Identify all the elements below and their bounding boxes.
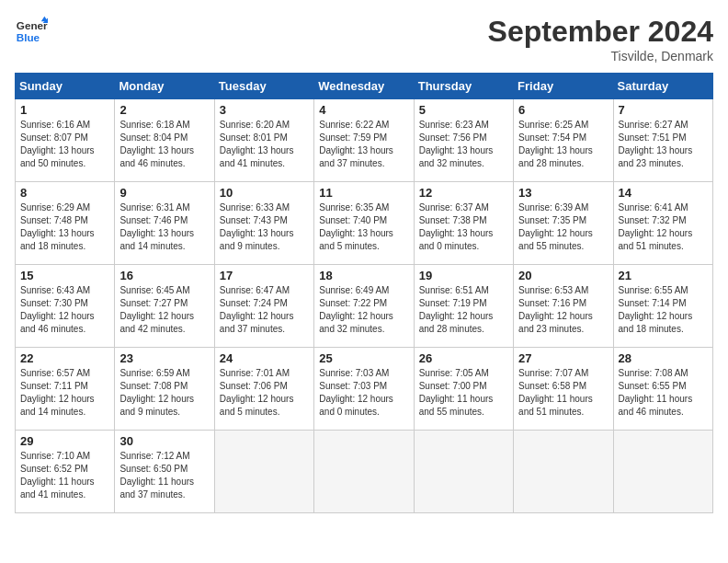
day-info: Sunrise: 6:55 AMSunset: 7:14 PMDaylight:… xyxy=(619,284,708,336)
day-info: Sunrise: 6:39 AMSunset: 7:35 PMDaylight:… xyxy=(518,201,608,253)
calendar-day-cell: 1 Sunrise: 6:16 AMSunset: 8:07 PMDayligh… xyxy=(16,99,115,182)
calendar-day-cell: 5 Sunrise: 6:23 AMSunset: 7:56 PMDayligh… xyxy=(414,99,513,182)
calendar-day-cell: 3 Sunrise: 6:20 AMSunset: 8:01 PMDayligh… xyxy=(214,99,313,182)
day-info: Sunrise: 6:57 AMSunset: 7:11 PMDaylight:… xyxy=(20,367,109,419)
calendar-day-cell: 26 Sunrise: 7:05 AMSunset: 7:00 PMDaylig… xyxy=(414,348,513,431)
calendar-day-cell: 4 Sunrise: 6:22 AMSunset: 7:59 PMDayligh… xyxy=(314,99,414,182)
day-info: Sunrise: 7:07 AMSunset: 6:58 PMDaylight:… xyxy=(518,367,608,419)
calendar-week-row: 29 Sunrise: 7:10 AMSunset: 6:52 PMDaylig… xyxy=(16,431,713,513)
day-number: 23 xyxy=(119,351,209,365)
day-info: Sunrise: 6:43 AMSunset: 7:30 PMDaylight:… xyxy=(20,284,109,336)
day-number: 6 xyxy=(518,103,608,117)
day-info: Sunrise: 6:51 AMSunset: 7:19 PMDaylight:… xyxy=(419,284,508,336)
calendar-day-cell: 17 Sunrise: 6:47 AMSunset: 7:24 PMDaylig… xyxy=(214,265,313,348)
day-number: 22 xyxy=(20,351,109,365)
logo-icon: General Blue xyxy=(15,15,48,48)
day-info: Sunrise: 6:59 AMSunset: 7:08 PMDaylight:… xyxy=(119,367,209,419)
logo: General Blue xyxy=(15,15,48,48)
calendar-day-cell: 7 Sunrise: 6:27 AMSunset: 7:51 PMDayligh… xyxy=(613,99,712,182)
day-info: Sunrise: 7:01 AMSunset: 7:06 PMDaylight:… xyxy=(220,367,309,419)
day-info: Sunrise: 7:10 AMSunset: 6:52 PMDaylight:… xyxy=(20,450,109,501)
day-number: 17 xyxy=(220,269,309,282)
calendar-day-cell: 19 Sunrise: 6:51 AMSunset: 7:19 PMDaylig… xyxy=(414,265,513,348)
calendar-day-cell: 18 Sunrise: 6:49 AMSunset: 7:22 PMDaylig… xyxy=(314,265,414,348)
calendar-day-cell xyxy=(214,431,313,513)
day-number: 25 xyxy=(319,351,408,365)
day-number: 15 xyxy=(20,269,109,282)
calendar-week-row: 15 Sunrise: 6:43 AMSunset: 7:30 PMDaylig… xyxy=(16,265,713,348)
day-info: Sunrise: 6:37 AMSunset: 7:38 PMDaylight:… xyxy=(419,201,508,253)
calendar-day-cell xyxy=(514,431,613,513)
day-info: Sunrise: 7:05 AMSunset: 7:00 PMDaylight:… xyxy=(419,367,508,419)
day-number: 3 xyxy=(220,103,309,117)
calendar-day-cell: 24 Sunrise: 7:01 AMSunset: 7:06 PMDaylig… xyxy=(214,348,313,431)
header-wednesday: Wednesday xyxy=(314,74,414,99)
day-number: 29 xyxy=(20,434,109,448)
day-number: 11 xyxy=(319,186,408,200)
calendar-day-cell: 14 Sunrise: 6:41 AMSunset: 7:32 PMDaylig… xyxy=(613,182,712,265)
day-number: 2 xyxy=(119,103,209,117)
calendar-day-cell: 22 Sunrise: 6:57 AMSunset: 7:11 PMDaylig… xyxy=(16,348,115,431)
day-info: Sunrise: 6:29 AMSunset: 7:48 PMDaylight:… xyxy=(20,201,109,253)
calendar-week-row: 1 Sunrise: 6:16 AMSunset: 8:07 PMDayligh… xyxy=(16,99,713,182)
day-number: 14 xyxy=(619,186,708,200)
calendar-day-cell: 11 Sunrise: 6:35 AMSunset: 7:40 PMDaylig… xyxy=(314,182,414,265)
svg-text:Blue: Blue xyxy=(17,31,40,43)
calendar-day-cell: 10 Sunrise: 6:33 AMSunset: 7:43 PMDaylig… xyxy=(214,182,313,265)
day-number: 20 xyxy=(518,269,608,282)
day-info: Sunrise: 6:47 AMSunset: 7:24 PMDaylight:… xyxy=(220,284,309,336)
weekday-header-row: Sunday Monday Tuesday Wednesday Thursday… xyxy=(16,74,713,99)
header-saturday: Saturday xyxy=(613,74,712,99)
day-number: 26 xyxy=(419,351,508,365)
calendar-day-cell: 20 Sunrise: 6:53 AMSunset: 7:16 PMDaylig… xyxy=(514,265,613,348)
calendar-day-cell: 25 Sunrise: 7:03 AMSunset: 7:03 PMDaylig… xyxy=(314,348,414,431)
calendar-day-cell: 16 Sunrise: 6:45 AMSunset: 7:27 PMDaylig… xyxy=(115,265,214,348)
day-number: 1 xyxy=(20,103,109,117)
day-info: Sunrise: 6:16 AMSunset: 8:07 PMDaylight:… xyxy=(20,119,109,170)
location: Tisvilde, Denmark xyxy=(488,49,713,63)
calendar-day-cell: 6 Sunrise: 6:25 AMSunset: 7:54 PMDayligh… xyxy=(514,99,613,182)
day-number: 27 xyxy=(518,351,608,365)
day-info: Sunrise: 6:20 AMSunset: 8:01 PMDaylight:… xyxy=(220,119,309,170)
day-number: 7 xyxy=(619,103,708,117)
day-info: Sunrise: 7:12 AMSunset: 6:50 PMDaylight:… xyxy=(119,450,209,501)
day-info: Sunrise: 6:45 AMSunset: 7:27 PMDaylight:… xyxy=(119,284,209,336)
day-info: Sunrise: 6:41 AMSunset: 7:32 PMDaylight:… xyxy=(619,201,708,253)
month-title: September 2024 xyxy=(488,15,713,49)
day-info: Sunrise: 6:49 AMSunset: 7:22 PMDaylight:… xyxy=(319,284,408,336)
calendar-day-cell: 21 Sunrise: 6:55 AMSunset: 7:14 PMDaylig… xyxy=(613,265,712,348)
calendar-day-cell: 27 Sunrise: 7:07 AMSunset: 6:58 PMDaylig… xyxy=(514,348,613,431)
day-number: 28 xyxy=(619,351,708,365)
calendar-week-row: 22 Sunrise: 6:57 AMSunset: 7:11 PMDaylig… xyxy=(16,348,713,431)
calendar-day-cell: 29 Sunrise: 7:10 AMSunset: 6:52 PMDaylig… xyxy=(16,431,115,513)
day-number: 5 xyxy=(419,103,508,117)
day-number: 19 xyxy=(419,269,508,282)
day-number: 13 xyxy=(518,186,608,200)
calendar-day-cell: 15 Sunrise: 6:43 AMSunset: 7:30 PMDaylig… xyxy=(16,265,115,348)
day-number: 16 xyxy=(119,269,209,282)
calendar-day-cell: 9 Sunrise: 6:31 AMSunset: 7:46 PMDayligh… xyxy=(115,182,214,265)
day-number: 18 xyxy=(319,269,408,282)
header-monday: Monday xyxy=(115,74,214,99)
day-info: Sunrise: 6:25 AMSunset: 7:54 PMDaylight:… xyxy=(518,119,608,170)
day-number: 9 xyxy=(119,186,209,200)
day-info: Sunrise: 6:27 AMSunset: 7:51 PMDaylight:… xyxy=(619,119,708,170)
calendar-day-cell: 28 Sunrise: 7:08 AMSunset: 6:55 PMDaylig… xyxy=(613,348,712,431)
calendar-table: Sunday Monday Tuesday Wednesday Thursday… xyxy=(15,73,713,513)
header-tuesday: Tuesday xyxy=(214,74,313,99)
header: General Blue September 2024 Tisvilde, De… xyxy=(15,15,713,63)
calendar-week-row: 8 Sunrise: 6:29 AMSunset: 7:48 PMDayligh… xyxy=(16,182,713,265)
header-friday: Friday xyxy=(514,74,613,99)
calendar-day-cell: 30 Sunrise: 7:12 AMSunset: 6:50 PMDaylig… xyxy=(115,431,214,513)
day-number: 12 xyxy=(419,186,508,200)
day-info: Sunrise: 7:03 AMSunset: 7:03 PMDaylight:… xyxy=(319,367,408,419)
day-info: Sunrise: 6:22 AMSunset: 7:59 PMDaylight:… xyxy=(319,119,408,170)
day-number: 30 xyxy=(119,434,209,448)
day-info: Sunrise: 7:08 AMSunset: 6:55 PMDaylight:… xyxy=(619,367,708,419)
calendar-day-cell xyxy=(414,431,513,513)
calendar-day-cell: 13 Sunrise: 6:39 AMSunset: 7:35 PMDaylig… xyxy=(514,182,613,265)
title-area: September 2024 Tisvilde, Denmark xyxy=(488,15,713,63)
calendar-day-cell: 12 Sunrise: 6:37 AMSunset: 7:38 PMDaylig… xyxy=(414,182,513,265)
calendar-day-cell xyxy=(314,431,414,513)
calendar-day-cell: 23 Sunrise: 6:59 AMSunset: 7:08 PMDaylig… xyxy=(115,348,214,431)
